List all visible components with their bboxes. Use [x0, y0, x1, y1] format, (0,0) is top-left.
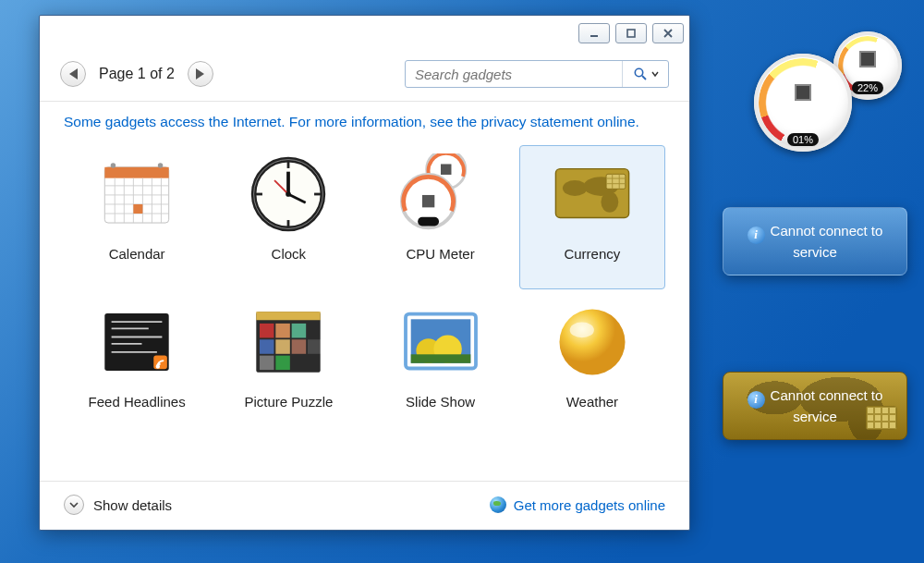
svg-rect-0 — [590, 35, 598, 37]
chevron-left-icon — [69, 68, 78, 80]
cpu-dial: 01% — [754, 54, 852, 152]
gadget-clock[interactable]: Clock — [215, 145, 361, 289]
svg-point-2 — [635, 68, 642, 76]
gadget-slide-show[interactable]: Slide Show — [368, 293, 514, 437]
close-button[interactable] — [652, 23, 684, 43]
gadget-label: Picture Puzzle — [244, 394, 333, 410]
svg-rect-5 — [104, 167, 168, 178]
svg-rect-55 — [292, 324, 307, 338]
svg-line-3 — [642, 76, 646, 80]
info-icon: i — [748, 391, 765, 409]
minimize-icon — [589, 28, 600, 39]
toolbar: Page 1 of 2 — [40, 47, 689, 102]
slideshow-icon — [398, 300, 483, 385]
svg-point-37 — [601, 191, 618, 213]
window-titlebar — [40, 16, 689, 47]
weather-icon — [550, 300, 635, 385]
gadget-weather[interactable]: Weather — [519, 293, 665, 437]
cpu-percent: 01% — [787, 133, 819, 146]
svg-rect-53 — [260, 324, 274, 338]
show-details-label: Show details — [93, 497, 172, 513]
svg-point-50 — [157, 365, 160, 368]
close-icon — [663, 28, 674, 39]
chevron-down-icon — [651, 70, 659, 78]
search-box[interactable] — [405, 60, 669, 88]
get-more-gadgets-link[interactable]: Get more gadgets online — [490, 496, 665, 513]
desktop-currency-gadget[interactable]: iCannot connect to service — [723, 372, 907, 440]
svg-rect-32 — [422, 195, 434, 207]
currency-icon — [550, 152, 635, 237]
pager: Page 1 of 2 — [60, 61, 213, 87]
gadget-label: Currency — [564, 246, 620, 262]
svg-point-17 — [111, 163, 116, 167]
cpu-meter-icon — [398, 152, 483, 237]
gadget-label: Slide Show — [406, 394, 475, 410]
desktop-cpu-meter-gadget[interactable]: 22% 01% — [754, 31, 902, 152]
globe-icon — [490, 496, 506, 513]
chevron-right-icon — [196, 68, 204, 80]
svg-rect-66 — [410, 354, 470, 363]
svg-rect-61 — [308, 339, 322, 354]
svg-point-67 — [559, 309, 625, 374]
ram-percent: 22% — [852, 81, 883, 94]
svg-rect-30 — [441, 164, 451, 174]
prev-page-button[interactable] — [60, 61, 86, 87]
desktop-weather-gadget[interactable]: iCannot connect to service — [723, 207, 907, 275]
chevron-down-icon — [64, 495, 84, 515]
svg-rect-58 — [292, 339, 307, 354]
info-icon: i — [748, 226, 765, 244]
gadget-calendar[interactable]: Calendar — [64, 145, 210, 289]
svg-rect-38 — [606, 174, 626, 189]
gadget-label: Weather — [566, 394, 618, 410]
svg-rect-59 — [260, 356, 274, 371]
svg-rect-54 — [276, 324, 291, 338]
svg-point-18 — [158, 163, 163, 167]
gadget-label: Clock — [272, 246, 307, 262]
get-more-label: Get more gadgets online — [514, 497, 665, 513]
gadget-cpu-meter[interactable]: CPU Meter — [368, 145, 514, 289]
search-icon — [633, 67, 648, 81]
gadget-label: CPU Meter — [407, 246, 475, 262]
svg-rect-16 — [133, 204, 142, 214]
ram-chip-icon — [859, 51, 876, 67]
svg-rect-57 — [276, 339, 291, 354]
maximize-icon — [626, 28, 637, 39]
cpu-chip-icon — [795, 84, 811, 101]
search-submit[interactable] — [622, 61, 668, 87]
svg-rect-52 — [257, 312, 321, 320]
window-footer: Show details Get more gadgets online — [40, 481, 689, 530]
currency-status-text: iCannot connect to service — [733, 387, 897, 424]
privacy-info-link[interactable]: Some gadgets access the Internet. For mo… — [64, 113, 665, 132]
search-input[interactable] — [406, 67, 622, 82]
next-page-button[interactable] — [188, 61, 213, 87]
gadget-currency[interactable]: Currency — [519, 145, 665, 289]
minimize-button[interactable] — [578, 23, 610, 43]
gadget-picture-puzzle[interactable]: Picture Puzzle — [215, 293, 361, 437]
gadget-feed-headlines[interactable]: Feed Headlines — [64, 293, 210, 437]
svg-rect-56 — [260, 339, 274, 354]
feed-icon — [94, 300, 179, 385]
gadget-gallery-window: Page 1 of 2 Some gadgets access the Inte… — [39, 15, 690, 531]
svg-point-28 — [286, 191, 292, 197]
show-details-toggle[interactable]: Show details — [64, 495, 172, 515]
calendar-icon — [94, 152, 179, 237]
gadget-label: Calendar — [109, 246, 165, 262]
weather-status-text: iCannot connect to service — [733, 223, 897, 260]
svg-rect-33 — [418, 217, 439, 226]
svg-rect-60 — [276, 356, 291, 371]
clock-icon — [246, 152, 331, 237]
svg-point-68 — [570, 322, 594, 337]
svg-rect-1 — [627, 30, 635, 37]
puzzle-icon — [246, 300, 331, 385]
page-indicator: Page 1 of 2 — [99, 66, 175, 82]
svg-point-35 — [563, 180, 587, 196]
gadget-label: Feed Headlines — [89, 394, 186, 410]
gadget-grid: Calendar Clock — [64, 145, 665, 437]
maximize-button[interactable] — [615, 23, 647, 43]
